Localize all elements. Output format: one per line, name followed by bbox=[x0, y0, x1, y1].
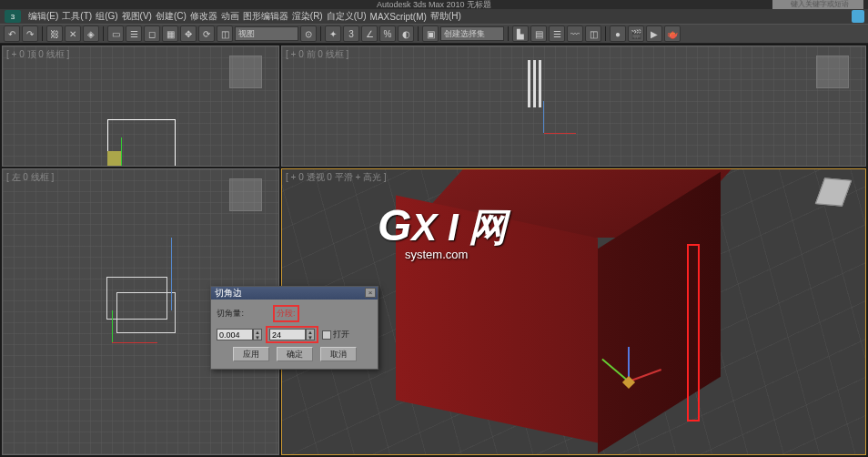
menu-create[interactable]: 创建(C) bbox=[156, 10, 187, 23]
scale-button[interactable]: ◫ bbox=[217, 25, 233, 42]
menu-tools[interactable]: 工具(T) bbox=[62, 10, 92, 23]
chamfer-amount-spinner[interactable]: ▲▼ bbox=[217, 329, 262, 340]
render-setup-button[interactable]: 🎬 bbox=[628, 25, 644, 42]
box-face-front bbox=[396, 195, 598, 442]
separator bbox=[508, 26, 509, 41]
material-button[interactable]: ● bbox=[610, 25, 626, 42]
ref-coord-dropdown[interactable]: 视图 bbox=[235, 26, 298, 41]
x-axis-icon bbox=[112, 342, 157, 343]
app-logo-icon[interactable]: 3 bbox=[5, 10, 21, 23]
search-input[interactable]: 键入关键字或短语 bbox=[772, 0, 863, 9]
menu-bar: 3 编辑(E) 工具(T) 组(G) 视图(V) 创建(C) 修改器 动画 图形… bbox=[0, 9, 868, 24]
separator bbox=[42, 26, 43, 41]
spinner-arrows-icon[interactable]: ▲▼ bbox=[253, 329, 262, 340]
selection-region bbox=[107, 151, 122, 167]
chamfer-edge-dialog: 切角边 × 切角量: 分段: ▲▼ ▲▼ 打开 bbox=[210, 286, 378, 370]
apply-button[interactable]: 应用 bbox=[233, 347, 269, 361]
align-button[interactable]: ▤ bbox=[530, 25, 547, 42]
main-toolbar: ↶ ↷ ⛓ ✕ ◈ ▭ ☰ ◻ ▦ ✥ ⟳ ◫ 视图 ⊙ ✦ 3 ∠ % ◐ ▣… bbox=[0, 24, 868, 44]
move-button[interactable]: ✥ bbox=[180, 25, 197, 42]
app-title: Autodesk 3ds Max 2010 无标题 bbox=[377, 0, 491, 9]
snap-button[interactable]: 3 bbox=[343, 25, 359, 42]
highlight-segments: 分段: bbox=[273, 305, 299, 322]
percent-snap-button[interactable]: % bbox=[379, 25, 396, 42]
separator bbox=[320, 26, 321, 41]
menu-graph-editors[interactable]: 图形编辑器 bbox=[243, 10, 288, 23]
viewport-top[interactable]: [ + 0 顶 0 线框 ] bbox=[2, 46, 279, 167]
box-object[interactable] bbox=[382, 169, 773, 455]
angle-snap-button[interactable]: ∠ bbox=[361, 25, 378, 42]
select-button[interactable]: ▭ bbox=[107, 25, 124, 42]
select-region-button[interactable]: ◻ bbox=[144, 25, 160, 42]
highlight-segments-value: ▲▼ bbox=[266, 326, 318, 343]
separator bbox=[418, 26, 419, 41]
viewcube-icon[interactable] bbox=[229, 178, 262, 211]
spinner-arrows-icon[interactable]: ▲▼ bbox=[306, 329, 315, 340]
viewcube-icon[interactable] bbox=[816, 56, 849, 88]
title-bar: Autodesk 3ds Max 2010 无标题 键入关键字或短语 bbox=[0, 0, 868, 9]
viewport-label-perspective[interactable]: [ + 0 透视 0 平滑 + 高光 ] bbox=[286, 171, 387, 184]
link-button[interactable]: ⛓ bbox=[46, 25, 63, 42]
segments-spinner[interactable]: ▲▼ bbox=[269, 329, 315, 340]
viewport-label-left[interactable]: [ 左 0 线框 ] bbox=[6, 171, 54, 184]
y-axis-icon bbox=[112, 310, 113, 342]
viewport-label-front[interactable]: [ + 0 前 0 线框 ] bbox=[286, 48, 348, 61]
viewport-area: [ + 0 顶 0 线框 ] [ + 0 前 0 线框 ] [ 左 0 线框 ]… bbox=[0, 44, 868, 457]
open-checkbox[interactable]: 打开 bbox=[322, 329, 349, 340]
menu-render[interactable]: 渲染(R) bbox=[292, 10, 323, 23]
close-button[interactable]: × bbox=[365, 288, 376, 298]
y-axis-icon bbox=[121, 137, 122, 167]
separator bbox=[103, 26, 104, 41]
info-center-icon[interactable] bbox=[852, 10, 864, 23]
render-button[interactable]: 🫖 bbox=[664, 25, 681, 42]
z-axis-icon bbox=[171, 238, 172, 310]
chamfer-amount-label: 切角量: bbox=[217, 308, 244, 320]
menu-customize[interactable]: 自定义(U) bbox=[327, 10, 367, 23]
viewport-front[interactable]: [ + 0 前 0 线框 ] bbox=[281, 46, 866, 167]
dialog-title: 切角边 bbox=[215, 288, 242, 298]
selection-set-dropdown[interactable]: 创建选择集 bbox=[440, 26, 504, 41]
segments-input[interactable] bbox=[269, 329, 306, 340]
menu-modifiers[interactable]: 修改器 bbox=[190, 10, 217, 23]
named-sets-button[interactable]: ▣ bbox=[422, 25, 439, 42]
select-name-button[interactable]: ☰ bbox=[126, 25, 142, 42]
dialog-body: 切角量: 分段: ▲▼ ▲▼ 打开 应用 确定 bbox=[211, 300, 378, 369]
curve-editor-button[interactable]: 〰 bbox=[567, 25, 583, 42]
separator bbox=[605, 26, 606, 41]
z-axis-icon bbox=[543, 101, 544, 133]
rotate-button[interactable]: ⟳ bbox=[198, 25, 215, 42]
layers-button[interactable]: ☰ bbox=[549, 25, 565, 42]
x-axis-icon bbox=[544, 133, 576, 134]
bind-button[interactable]: ◈ bbox=[83, 25, 99, 42]
menu-group[interactable]: 组(G) bbox=[96, 10, 117, 23]
viewport-label-top[interactable]: [ + 0 顶 0 线框 ] bbox=[6, 48, 69, 61]
open-label: 打开 bbox=[333, 329, 349, 340]
checkbox-icon[interactable] bbox=[322, 330, 331, 340]
menu-view[interactable]: 视图(V) bbox=[122, 10, 152, 23]
wireframe-object[interactable] bbox=[116, 292, 176, 333]
selected-edge-highlight bbox=[687, 244, 700, 421]
viewcube[interactable] bbox=[820, 178, 856, 215]
menu-animation[interactable]: 动画 bbox=[221, 10, 239, 23]
render-frame-button[interactable]: ▶ bbox=[646, 25, 662, 42]
pivot-button[interactable]: ⊙ bbox=[300, 25, 317, 42]
viewcube-icon[interactable] bbox=[815, 178, 852, 206]
grid bbox=[282, 46, 865, 166]
spinner-snap-button[interactable]: ◐ bbox=[398, 25, 414, 42]
dialog-title-bar[interactable]: 切角边 × bbox=[211, 287, 378, 300]
segments-label: 分段: bbox=[277, 308, 296, 320]
schematic-button[interactable]: ◫ bbox=[585, 25, 601, 42]
chamfer-amount-input[interactable] bbox=[217, 329, 253, 340]
mirror-button[interactable]: ▙ bbox=[512, 25, 529, 42]
filter-button[interactable]: ▦ bbox=[162, 25, 178, 42]
menu-help[interactable]: 帮助(H) bbox=[430, 10, 461, 23]
ok-button[interactable]: 确定 bbox=[277, 347, 313, 361]
redo-button[interactable]: ↷ bbox=[22, 25, 38, 42]
viewcube-icon[interactable] bbox=[229, 56, 262, 88]
unlink-button[interactable]: ✕ bbox=[65, 25, 81, 42]
menu-maxscript[interactable]: MAXScript(M) bbox=[370, 12, 427, 22]
manipulate-button[interactable]: ✦ bbox=[325, 25, 341, 42]
undo-button[interactable]: ↶ bbox=[4, 25, 20, 42]
menu-edit[interactable]: 编辑(E) bbox=[28, 10, 58, 23]
cancel-button[interactable]: 取消 bbox=[320, 347, 357, 361]
